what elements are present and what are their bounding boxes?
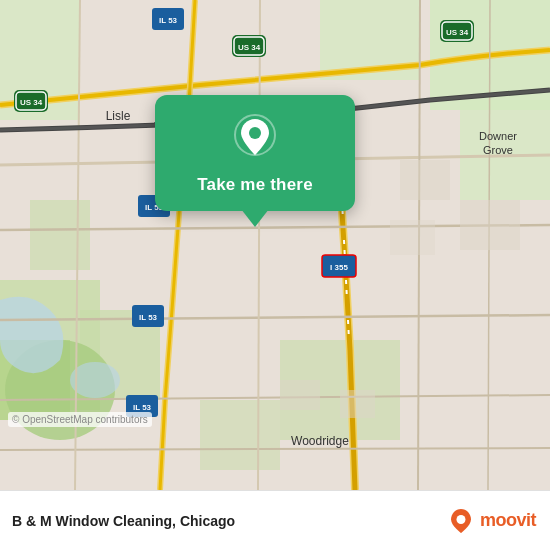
- location-city-text: Chicago: [180, 513, 235, 529]
- bottom-bar: B & M Window Cleaning, Chicago moovit: [0, 490, 550, 550]
- moovit-logo-icon: [447, 507, 475, 535]
- svg-point-12: [70, 362, 120, 398]
- location-info: B & M Window Cleaning, Chicago: [12, 513, 235, 529]
- svg-text:US 34: US 34: [238, 43, 261, 52]
- location-pin-wrapper: [231, 113, 279, 165]
- moovit-logo[interactable]: moovit: [447, 507, 536, 535]
- svg-text:Grove: Grove: [483, 144, 513, 156]
- svg-text:IL 53: IL 53: [139, 313, 158, 322]
- svg-rect-49: [390, 220, 435, 255]
- svg-point-54: [456, 515, 465, 524]
- location-name: B & M Window Cleaning, Chicago: [12, 513, 235, 529]
- map-container: US 34 US 34 US 34 IL 53 IL 53 IL 53 IL 5…: [0, 0, 550, 490]
- svg-text:I 355: I 355: [330, 263, 348, 272]
- svg-text:Downer: Downer: [479, 130, 517, 142]
- svg-rect-11: [200, 400, 280, 470]
- location-pin-icon: [231, 113, 279, 161]
- svg-point-53: [249, 127, 261, 139]
- svg-text:IL 53: IL 53: [133, 403, 152, 412]
- svg-text:Woodridge: Woodridge: [291, 434, 349, 448]
- take-me-there-button[interactable]: Take me there: [197, 175, 313, 195]
- svg-rect-48: [460, 200, 520, 250]
- svg-text:Lisle: Lisle: [106, 109, 131, 123]
- osm-attribution: © OpenStreetMap contributors: [8, 412, 152, 427]
- location-name-text: B & M Window Cleaning: [12, 513, 172, 529]
- svg-rect-8: [30, 200, 90, 270]
- svg-text:IL 53: IL 53: [159, 16, 178, 25]
- svg-text:US 34: US 34: [20, 98, 43, 107]
- moovit-text: moovit: [480, 510, 536, 531]
- svg-rect-47: [400, 160, 450, 200]
- popup-card[interactable]: Take me there: [155, 95, 355, 211]
- svg-text:US 34: US 34: [446, 28, 469, 37]
- svg-rect-50: [280, 380, 320, 410]
- attribution-text: © OpenStreetMap contributors: [12, 414, 148, 425]
- svg-rect-51: [340, 390, 375, 418]
